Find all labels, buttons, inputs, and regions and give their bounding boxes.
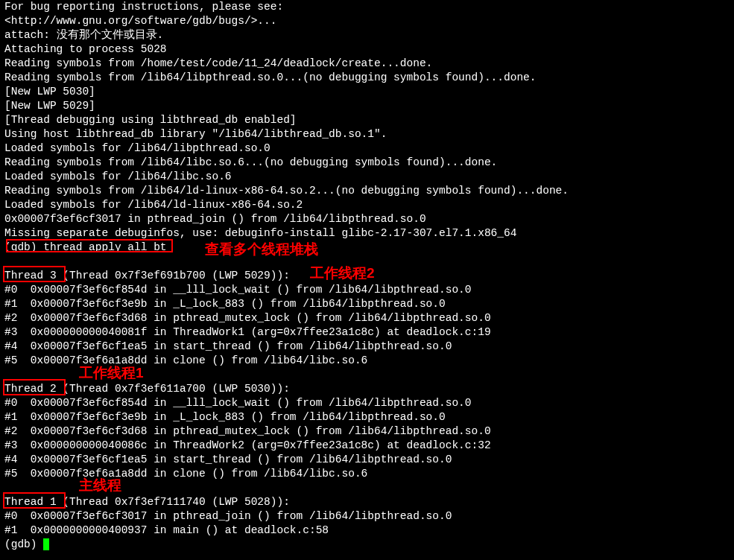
terminal-line: For bug reporting instructions, please s… (4, 0, 730, 14)
terminal-line: Reading symbols from /home/test/code/11_… (4, 57, 730, 71)
terminal-line: #4 0x00007f3ef6cf1ea5 in start_thread ()… (4, 453, 730, 467)
terminal-line: #1 0x0000000000400937 in main () at dead… (4, 524, 730, 538)
terminal-line (4, 368, 730, 382)
terminal-line: Thread 2 (Thread 0x7f3ef611a700 (LWP 503… (4, 382, 730, 396)
terminal-line: Attaching to process 5028 (4, 42, 730, 57)
terminal-line: #5 0x00007f3ef6a1a8dd in clone () from /… (4, 467, 730, 481)
terminal-cursor (43, 538, 49, 550)
terminal-line: #0 0x00007f3ef6cf3017 in pthread_join ()… (4, 509, 730, 524)
terminal-line: #2 0x00007f3ef6cf3d68 in pthread_mutex_l… (4, 311, 730, 325)
terminal-line: #2 0x00007f3ef6cf3d68 in pthread_mutex_l… (4, 424, 730, 439)
terminal-line: attach: 没有那个文件或目录. (4, 28, 730, 42)
terminal-line: #0 0x00007f3ef6cf854d in __lll_lock_wait… (4, 396, 730, 410)
terminal-line: [New LWP 5029] (4, 99, 730, 113)
terminal-line: #1 0x00007f3ef6cf3e9b in _L_lock_883 () … (4, 297, 730, 311)
terminal-line: Loaded symbols for /lib64/ld-linux-x86-6… (4, 198, 730, 212)
terminal-line: #5 0x00007f3ef6a1a8dd in clone () from /… (4, 354, 730, 368)
terminal-line: Reading symbols from /lib64/libpthread.s… (4, 71, 730, 85)
terminal-line: (gdb) (4, 538, 730, 552)
terminal-line: <http://www.gnu.org/software/gdb/bugs/>.… (4, 14, 730, 28)
terminal-line: Loaded symbols for /lib64/libpthread.so.… (4, 141, 730, 156)
terminal-line: Thread 1 (Thread 0x7f3ef7111740 (LWP 502… (4, 495, 730, 509)
terminal-line: 0x00007f3ef6cf3017 in pthread_join () fr… (4, 212, 730, 226)
terminal-line: #1 0x00007f3ef6cf3e9b in _L_lock_883 () … (4, 410, 730, 424)
terminal-output[interactable]: For bug reporting instructions, please s… (4, 0, 730, 552)
terminal-line: [Thread debugging using libthread_db ena… (4, 113, 730, 127)
terminal-line: #3 0x000000000040086c in ThreadWork2 (ar… (4, 439, 730, 453)
terminal-line: #4 0x00007f3ef6cf1ea5 in start_thread ()… (4, 340, 730, 354)
terminal-line (4, 255, 730, 269)
terminal-line: (gdb) thread apply all bt (4, 241, 730, 255)
terminal-line: #3 0x000000000040081f in ThreadWork1 (ar… (4, 325, 730, 340)
terminal-line: Thread 3 (Thread 0x7f3ef691b700 (LWP 502… (4, 269, 730, 283)
terminal-line: [New LWP 5030] (4, 85, 730, 99)
terminal-line: Missing separate debuginfos, use: debugi… (4, 226, 730, 241)
terminal-line: Reading symbols from /lib64/libc.so.6...… (4, 156, 730, 170)
terminal-line: Loaded symbols for /lib64/libc.so.6 (4, 170, 730, 184)
terminal-line: Reading symbols from /lib64/ld-linux-x86… (4, 184, 730, 198)
terminal-line: #0 0x00007f3ef6cf854d in __lll_lock_wait… (4, 283, 730, 297)
terminal-line (4, 481, 730, 495)
terminal-line: Using host libthread_db library "/lib64/… (4, 127, 730, 141)
